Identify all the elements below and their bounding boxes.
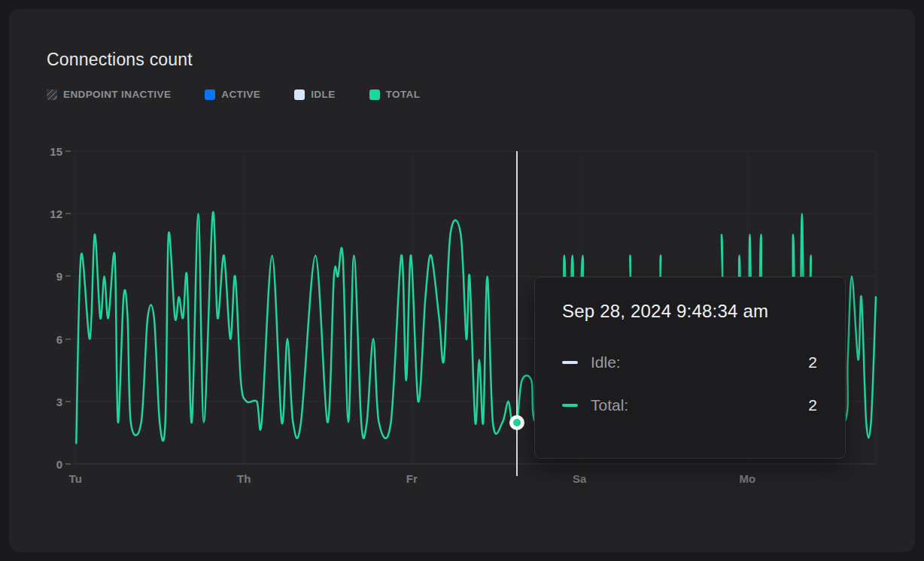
tooltip-series-label: Total: (591, 396, 628, 414)
x-axis-label: Th (227, 472, 260, 485)
page-title: Connections count (47, 50, 193, 70)
y-axis-tick (65, 150, 71, 152)
tooltip-timestamp: Sep 28, 2024 9:48:34 am (562, 301, 817, 322)
x-axis-label: Mo (731, 472, 764, 485)
idle-swatch-icon (294, 89, 305, 100)
x-axis-label: Fr (395, 472, 428, 485)
connections-count-card: Connections count ENDPOINT INACTIVEACTIV… (9, 9, 915, 552)
y-axis-tick (65, 213, 71, 214)
y-axis-label: 0 (35, 458, 62, 471)
active-swatch-icon (205, 89, 215, 100)
tooltip-series-label: Idle: (591, 353, 621, 371)
y-axis-tick (65, 275, 71, 277)
legend: ENDPOINT INACTIVEACTIVEIDLETOTAL (47, 89, 420, 100)
tooltip-series-value: 2 (808, 353, 817, 371)
endpoint-inactive-swatch-icon (47, 89, 57, 100)
y-axis-label: 6 (35, 332, 62, 345)
y-axis-tick (65, 338, 71, 340)
hover-point-marker (509, 415, 524, 430)
y-axis-tick (65, 463, 71, 465)
x-axis-label: Tu (59, 472, 92, 485)
y-axis-tick (65, 401, 71, 402)
tooltip-rows: Idle:2Total:2 (562, 353, 817, 414)
total-dash-icon (562, 404, 578, 407)
legend-item-endpoint-inactive[interactable]: ENDPOINT INACTIVE (47, 89, 171, 100)
legend-label: IDLE (311, 89, 335, 100)
y-axis-label: 12 (35, 208, 62, 220)
legend-item-idle[interactable]: IDLE (294, 89, 335, 100)
y-axis-label: 9 (35, 270, 62, 283)
legend-label: ENDPOINT INACTIVE (63, 89, 171, 100)
y-axis-label: 15 (35, 145, 62, 158)
legend-label: TOTAL (386, 89, 421, 100)
total-swatch-icon (369, 89, 380, 100)
legend-item-total[interactable]: TOTAL (369, 89, 421, 100)
legend-item-active[interactable]: ACTIVE (205, 89, 260, 100)
tooltip-series-value: 2 (808, 396, 817, 414)
chart-tooltip: Sep 28, 2024 9:48:34 am Idle:2Total:2 (534, 277, 846, 459)
legend-label: ACTIVE (221, 89, 260, 100)
tooltip-row-idle: Idle:2 (562, 353, 817, 371)
tooltip-row-total: Total:2 (562, 396, 817, 414)
y-axis-label: 3 (35, 395, 62, 408)
x-axis-label: Sa (563, 472, 596, 485)
idle-dash-icon (562, 361, 578, 364)
